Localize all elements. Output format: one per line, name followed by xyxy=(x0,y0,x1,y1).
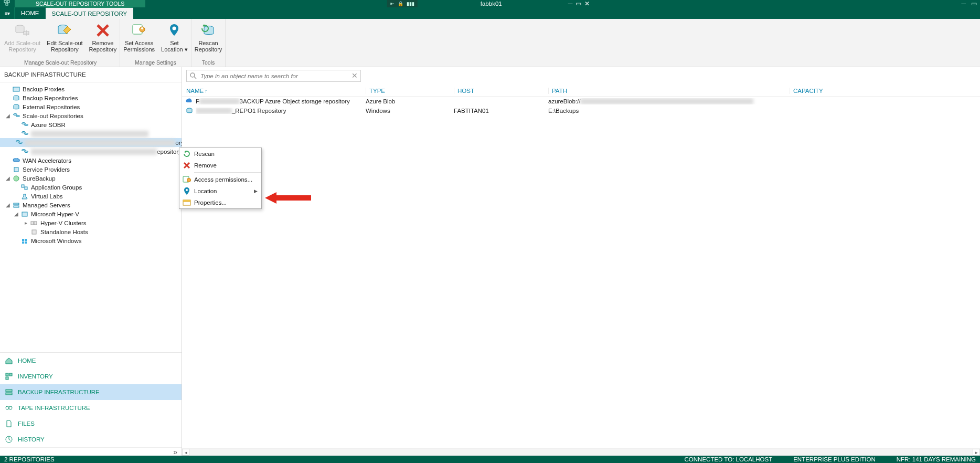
svg-rect-41 xyxy=(25,241,27,244)
tree-scale-out-repositories[interactable]: ◢Scale-out Repositories xyxy=(0,111,182,120)
tree-sobr-item-selected[interactable]: Azure FABTITAN01 BACKUP Scale out Backup… xyxy=(0,138,182,147)
remote-minimize-icon[interactable]: ─ xyxy=(568,0,573,7)
section-tape-infrastructure[interactable]: TAPE INFRASTRUCTURE xyxy=(0,400,182,416)
properties-icon xyxy=(179,199,194,206)
svg-point-13 xyxy=(173,27,176,30)
nav-tree: Backup Proxies Backup Repositories Exter… xyxy=(0,82,182,352)
main-menu-button[interactable] xyxy=(0,7,15,19)
grid-row[interactable]: FABTITAN01_E3ACKUP Azure Object storage … xyxy=(182,97,980,106)
tree-service-providers[interactable]: Service Providers xyxy=(0,165,182,174)
tree-hyperv-clusters[interactable]: ▸Hyper-V Clusters xyxy=(0,218,182,227)
remote-close-icon[interactable]: ✕ xyxy=(584,0,590,7)
svg-rect-37 xyxy=(32,230,36,234)
set-access-permissions-button[interactable]: Set Access Permissions xyxy=(120,20,158,58)
app-icon xyxy=(0,0,15,7)
col-name[interactable]: NAME↑ xyxy=(182,88,366,94)
svg-point-12 xyxy=(141,27,143,29)
sobr-icon xyxy=(12,112,20,120)
azure-blob-icon xyxy=(185,98,194,104)
tree-surebackup[interactable]: ◢SureBackup xyxy=(0,174,182,183)
col-capacity[interactable]: CAPACITY xyxy=(790,88,980,94)
svg-point-47 xyxy=(6,406,9,409)
edit-scale-out-repo-button[interactable]: Edit Scale-out Repository xyxy=(44,20,86,58)
grid-row[interactable]: FABTITAN01_REPO1 Repository Windows FABT… xyxy=(182,106,980,115)
remove-repo-button[interactable]: Remove Repository xyxy=(86,20,120,58)
tree-sobr-item[interactable]: Azure MRT01 Scale out Backup Repository xyxy=(0,129,182,138)
ctx-rescan[interactable]: Rescan xyxy=(179,148,261,160)
tree-standalone-hosts[interactable]: Standalone Hosts xyxy=(0,227,182,236)
search-input[interactable] xyxy=(186,70,361,82)
tree-backup-repositories[interactable]: Backup Repositories xyxy=(0,93,182,102)
col-type[interactable]: TYPE xyxy=(366,88,454,94)
set-location-button[interactable]: Set Location ▾ xyxy=(158,20,191,58)
ctx-remove[interactable]: Remove xyxy=(179,160,261,171)
section-backup-infrastructure[interactable]: BACKUP INFRASTRUCTURE xyxy=(0,384,182,400)
pin-icon[interactable]: ⇤ xyxy=(390,1,395,6)
maximize-icon[interactable]: ▭ xyxy=(971,0,977,7)
remove-icon xyxy=(94,22,111,39)
svg-rect-34 xyxy=(22,212,27,216)
svg-point-26 xyxy=(22,149,26,151)
tree-managed-servers[interactable]: ◢Managed Servers xyxy=(0,201,182,209)
section-files[interactable]: FILES xyxy=(0,416,182,432)
nav-title: BACKUP INFRASTRUCTURE xyxy=(0,67,182,82)
section-home[interactable]: HOME xyxy=(0,353,182,369)
svg-rect-2 xyxy=(6,3,8,5)
submenu-arrow-icon: ▶ xyxy=(254,188,261,194)
section-overflow[interactable]: » xyxy=(0,447,182,456)
svg-rect-45 xyxy=(6,390,12,392)
svg-rect-44 xyxy=(6,377,8,380)
clear-search-icon[interactable]: ✕ xyxy=(351,71,358,80)
signal-icon[interactable]: ▮▮▮ xyxy=(407,1,414,6)
status-nfr: NFR: 141 DAYS REMAINING xyxy=(897,456,976,462)
svg-rect-39 xyxy=(25,239,27,241)
minimize-icon[interactable]: ─ xyxy=(961,0,966,7)
section-inventory[interactable]: INVENTORY xyxy=(0,369,182,384)
svg-rect-30 xyxy=(22,185,24,187)
svg-point-24 xyxy=(16,140,20,142)
horizontal-scrollbar[interactable]: ◂ ▸ xyxy=(182,448,980,456)
tree-hyperv[interactable]: ◢Microsoft Hyper-V xyxy=(0,209,182,218)
tree-backup-proxies[interactable]: Backup Proxies xyxy=(0,85,182,93)
inventory-icon xyxy=(4,372,14,381)
sort-asc-icon: ↑ xyxy=(205,88,207,94)
svg-rect-38 xyxy=(22,239,24,241)
tree-azure-sobr[interactable]: Azure SOBR xyxy=(0,120,182,129)
appgroup-icon xyxy=(20,184,29,191)
location-icon xyxy=(179,187,194,195)
windows-icon xyxy=(20,237,29,245)
tree-sobr-item[interactable]: Azure MRT02 BACKUP02 Scale out Backup Re… xyxy=(0,147,182,156)
search-icon xyxy=(189,72,197,80)
tree-external-repositories[interactable]: External Repositories xyxy=(0,102,182,111)
col-path[interactable]: PATH xyxy=(548,88,790,94)
tab-scale-out-repository[interactable]: SCALE-OUT REPOSITORY xyxy=(46,7,134,19)
rescan-icon xyxy=(179,150,194,158)
tab-home[interactable]: HOME xyxy=(15,7,46,19)
remote-restore-icon[interactable]: ▭ xyxy=(576,0,581,7)
col-host[interactable]: HOST xyxy=(454,88,548,94)
tree-microsoft-windows[interactable]: Microsoft Windows xyxy=(0,236,182,245)
sobr-item-icon xyxy=(15,139,23,146)
svg-rect-28 xyxy=(14,167,18,172)
scroll-left-icon[interactable]: ◂ xyxy=(182,449,189,456)
tree-wan-accelerators[interactable]: WAN Accelerators xyxy=(0,156,182,165)
host-icon xyxy=(30,228,38,236)
cluster-icon xyxy=(30,219,38,227)
svg-point-29 xyxy=(14,176,19,181)
context-menu: Rescan Remove Access permissions... Loca… xyxy=(179,148,262,209)
svg-rect-40 xyxy=(22,241,24,244)
rescan-repo-button[interactable]: Rescan Repository xyxy=(191,20,226,58)
btn-label: Repository xyxy=(8,46,36,52)
home-icon xyxy=(4,356,14,365)
ctx-properties[interactable]: Properties... xyxy=(179,197,261,208)
tree-application-groups[interactable]: Application Groups xyxy=(0,183,182,192)
btn-label: Add Scale-out xyxy=(4,40,40,46)
proxy-icon xyxy=(12,86,20,93)
lock-icon[interactable]: 🔒 xyxy=(398,1,403,6)
ctx-location[interactable]: Location ▶ xyxy=(179,185,261,197)
ctx-access-permissions[interactable]: Access permissions... xyxy=(179,174,261,185)
status-connected: CONNECTED TO: LOCALHOST xyxy=(685,456,773,462)
tree-virtual-labs[interactable]: Virtual Labs xyxy=(0,192,182,201)
section-history[interactable]: HISTORY xyxy=(0,432,182,447)
scroll-right-icon[interactable]: ▸ xyxy=(973,449,980,456)
